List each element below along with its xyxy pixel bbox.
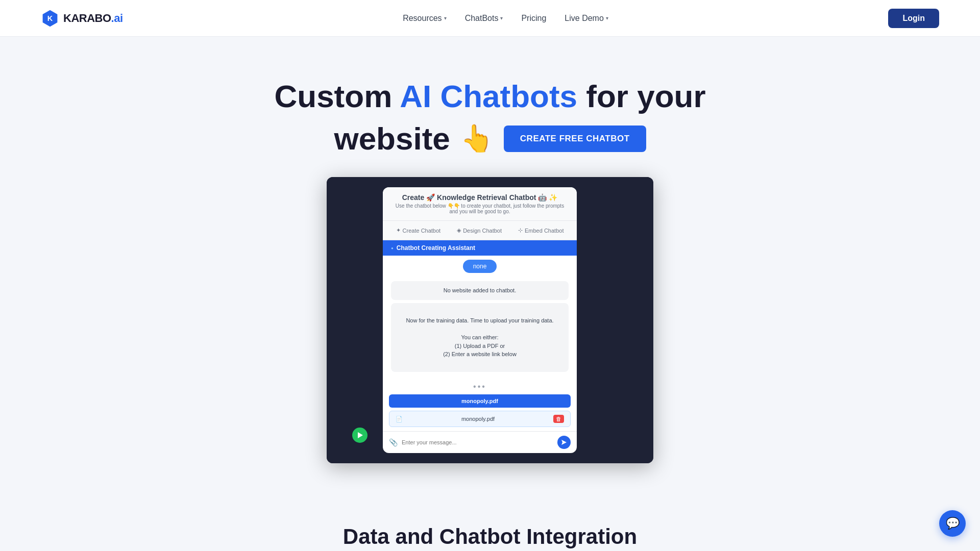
video-play-button[interactable] <box>352 428 368 443</box>
send-icon <box>561 439 567 445</box>
navbar: K KARABO.ai Resources ▾ ChatBots ▾ Prici… <box>0 0 980 37</box>
chatbot-file-bar: monopoly.pdf <box>389 394 571 408</box>
chatbot-typing-indicator: ••• <box>383 379 577 394</box>
chatbot-inner-ui: Create 🚀 Knowledge Retrieval Chatbot 🤖 ✨… <box>383 187 577 453</box>
integration-title: Data and Chatbot Integration <box>20 524 960 549</box>
svg-text:K: K <box>47 14 53 22</box>
karabo-logo-mark: K <box>41 9 59 28</box>
hero-row2: website 👆 CREATE FREE CHATBOT <box>334 120 646 157</box>
attach-icon[interactable]: 📎 <box>389 438 398 446</box>
hero-section: Custom AI Chatbots for your website 👆 CR… <box>0 37 980 484</box>
nav-link-pricing[interactable]: Pricing <box>521 14 546 23</box>
nav-link-live-demo[interactable]: Live Demo ▾ <box>565 14 608 23</box>
nav-link-chatbots[interactable]: ChatBots ▾ <box>465 14 503 23</box>
chat-widget-icon: 💬 <box>946 517 960 530</box>
nav-item-live-demo[interactable]: Live Demo ▾ <box>565 14 608 23</box>
hero-emoji: 👆 <box>460 123 494 154</box>
navbar-nav: Resources ▾ ChatBots ▾ Pricing Live Demo… <box>403 14 608 23</box>
chatbot-message-input[interactable] <box>402 439 553 445</box>
chatbot-send-button[interactable] <box>557 436 571 449</box>
chatbot-assistant-bar: Chatbot Creating Assistant <box>383 240 577 256</box>
chatbot-tab-embed[interactable]: ⊹ Embed Chatbot <box>514 225 568 236</box>
demo-video-container[interactable]: Create 🚀 Knowledge Retrieval Chatbot 🤖 ✨… <box>327 177 653 463</box>
chatbot-message-1: No website added to chatbot. <box>391 281 569 300</box>
chatbot-tab-design[interactable]: ◈ Design Chatbot <box>453 225 506 236</box>
hero-title: Custom AI Chatbots for your <box>274 78 705 115</box>
chatbot-tabs: ✦ Create Chatbot ◈ Design Chatbot ⊹ Embe… <box>383 221 577 240</box>
nav-item-pricing[interactable]: Pricing <box>521 14 546 23</box>
integration-section: Data and Chatbot Integration Convenient … <box>0 484 980 551</box>
navbar-logo[interactable]: K KARABO.ai <box>41 9 123 28</box>
nav-item-resources[interactable]: Resources ▾ <box>403 14 446 23</box>
chatbot-tab-create[interactable]: ✦ Create Chatbot <box>392 225 445 236</box>
login-button[interactable]: Login <box>888 9 939 28</box>
nav-item-chatbots[interactable]: ChatBots ▾ <box>465 14 503 23</box>
chevron-down-icon: ▾ <box>444 15 447 21</box>
chevron-down-icon: ▾ <box>606 15 608 21</box>
file-icon: 📄 <box>396 416 403 422</box>
navbar-brand-text: KARABO.ai <box>63 12 123 25</box>
chat-widget-button[interactable]: 💬 <box>939 510 966 537</box>
file-delete-button[interactable]: 🗑 <box>553 415 564 423</box>
chatbot-input-bar: 📎 <box>383 431 577 453</box>
hero-subtitle-text: website <box>334 120 450 157</box>
chatbot-file-attachment: 📄 monopoly.pdf 🗑 <box>389 411 571 427</box>
chatbot-none-pill: none <box>463 260 497 273</box>
chatbot-messages-area: No website added to chatbot. Now for the… <box>383 277 577 379</box>
chevron-down-icon: ▾ <box>500 15 503 21</box>
play-triangle-icon <box>358 432 363 438</box>
svg-marker-2 <box>561 440 567 445</box>
chatbot-mockup-header: Create 🚀 Knowledge Retrieval Chatbot 🤖 ✨… <box>383 187 577 221</box>
nav-link-resources[interactable]: Resources ▾ <box>403 14 446 23</box>
chatbot-mockup: Create 🚀 Knowledge Retrieval Chatbot 🤖 ✨… <box>327 177 653 463</box>
create-chatbot-button[interactable]: CREATE FREE CHATBOT <box>504 126 646 152</box>
chatbot-message-2: Now for the training data. Time to uploa… <box>391 303 569 372</box>
